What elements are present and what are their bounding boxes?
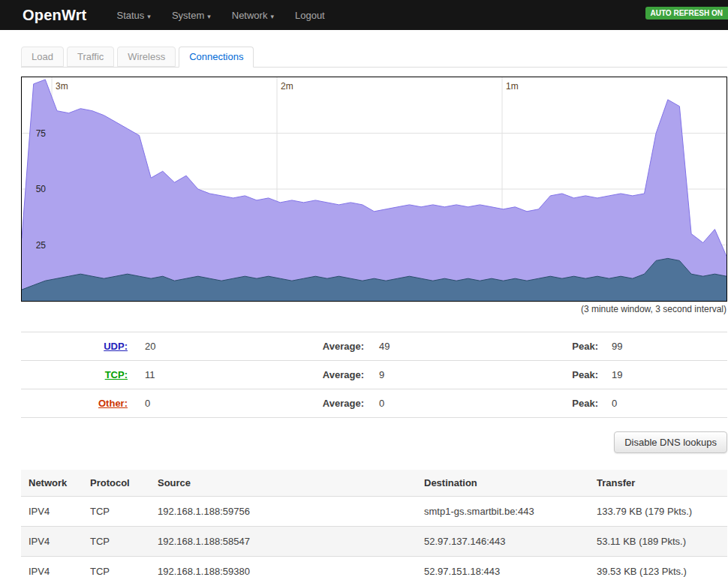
top-navbar: OpenWrt Status▾ System▾ Network▾ Logout … bbox=[0, 0, 728, 30]
tcp-current-value: 11 bbox=[128, 369, 257, 380]
udp-peak-value: 99 bbox=[598, 341, 727, 352]
tab-traffic[interactable]: Traffic bbox=[67, 47, 114, 67]
nav-item-logout[interactable]: Logout bbox=[295, 10, 325, 21]
udp-peak-label: Peak: bbox=[492, 341, 598, 352]
other-average-label: Average: bbox=[257, 398, 364, 409]
cell-protocol: TCP bbox=[83, 497, 150, 527]
connections-table: Network Protocol Source Destination Tran… bbox=[21, 470, 727, 577]
udp-average-label: Average: bbox=[257, 341, 364, 352]
table-header-row: Network Protocol Source Destination Tran… bbox=[21, 470, 727, 497]
tcp-average-label: Average: bbox=[257, 369, 364, 380]
cell-destination: smtp1-gs.smartbit.be:443 bbox=[417, 497, 589, 527]
tab-connections[interactable]: Connections bbox=[179, 47, 254, 68]
stat-row-tcp: TCP: 11 Average: 9 Peak: 19 bbox=[21, 361, 727, 389]
col-header-protocol: Protocol bbox=[83, 470, 150, 497]
cell-transfer: 133.79 KB (179 Pkts.) bbox=[589, 497, 727, 527]
stat-row-other: Other: 0 Average: 0 Peak: 0 bbox=[21, 389, 727, 418]
other-peak-label: Peak: bbox=[492, 398, 598, 409]
dns-button-row: Disable DNS lookups bbox=[21, 431, 727, 453]
svg-text:25: 25 bbox=[36, 240, 47, 251]
chevron-down-icon: ▾ bbox=[207, 13, 211, 20]
nav-item-system[interactable]: System▾ bbox=[172, 10, 211, 21]
cell-network: IPV4 bbox=[21, 557, 83, 577]
table-row: IPV4 TCP 192.168.1.188:58547 52.97.137.1… bbox=[21, 527, 727, 557]
cell-transfer: 53.11 KB (189 Pkts.) bbox=[589, 527, 727, 557]
udp-average-value: 49 bbox=[364, 341, 492, 352]
tab-bar: Load Traffic Wireless Connections bbox=[21, 30, 727, 68]
other-legend-label: Other: bbox=[21, 398, 128, 409]
svg-text:50: 50 bbox=[36, 184, 47, 194]
col-header-transfer: Transfer bbox=[589, 470, 727, 497]
main-content: Load Traffic Wireless Connections 255075… bbox=[21, 30, 727, 577]
chevron-down-icon: ▾ bbox=[270, 13, 274, 20]
svg-text:75: 75 bbox=[36, 128, 47, 139]
nav-item-status[interactable]: Status▾ bbox=[116, 10, 150, 21]
stats-legend: UDP: 20 Average: 49 Peak: 99 TCP: 11 Ave… bbox=[21, 332, 727, 418]
brand-logo: OpenWrt bbox=[23, 7, 86, 24]
other-average-value: 0 bbox=[364, 398, 492, 409]
udp-legend-label: UDP: bbox=[21, 341, 128, 352]
other-peak-value: 0 bbox=[598, 398, 727, 409]
connections-chart-svg: 2550753m2m1m bbox=[22, 77, 726, 301]
stat-row-udp: UDP: 20 Average: 49 Peak: 99 bbox=[21, 332, 727, 361]
other-current-value: 0 bbox=[128, 398, 257, 409]
cell-network: IPV4 bbox=[21, 527, 83, 557]
col-header-network: Network bbox=[21, 470, 83, 497]
cell-source: 192.168.1.188:59380 bbox=[150, 557, 417, 577]
col-header-destination: Destination bbox=[417, 470, 589, 497]
cell-destination: 52.97.137.146:443 bbox=[417, 527, 589, 557]
cell-protocol: TCP bbox=[83, 557, 150, 577]
tcp-peak-value: 19 bbox=[598, 369, 727, 380]
tcp-peak-label: Peak: bbox=[492, 369, 598, 380]
cell-protocol: TCP bbox=[83, 527, 150, 557]
table-row: IPV4 TCP 192.168.1.188:59380 52.97.151.1… bbox=[21, 557, 727, 577]
tcp-legend-label: TCP: bbox=[21, 369, 128, 380]
auto-refresh-badge[interactable]: AUTO REFRESH ON bbox=[645, 7, 728, 20]
svg-text:2m: 2m bbox=[281, 81, 293, 92]
svg-text:1m: 1m bbox=[506, 81, 519, 92]
udp-current-value: 20 bbox=[128, 341, 257, 352]
disable-dns-lookups-button[interactable]: Disable DNS lookups bbox=[614, 431, 727, 453]
nav-item-network[interactable]: Network▾ bbox=[232, 10, 274, 21]
cell-source: 192.168.1.188:58547 bbox=[150, 527, 417, 557]
cell-destination: 52.97.151.18:443 bbox=[417, 557, 589, 577]
tcp-average-value: 9 bbox=[364, 369, 492, 380]
connections-chart: 2550753m2m1m bbox=[21, 77, 727, 302]
cell-transfer: 39.53 KB (123 Pkts.) bbox=[589, 557, 727, 577]
tab-load[interactable]: Load bbox=[21, 47, 64, 67]
table-row: IPV4 TCP 192.168.1.188:59756 smtp1-gs.sm… bbox=[21, 497, 727, 527]
cell-source: 192.168.1.188:59756 bbox=[150, 497, 417, 527]
chart-caption: (3 minute window, 3 second interval) bbox=[21, 302, 727, 317]
svg-text:3m: 3m bbox=[56, 81, 68, 92]
cell-network: IPV4 bbox=[21, 497, 83, 527]
col-header-source: Source bbox=[150, 470, 417, 497]
chevron-down-icon: ▾ bbox=[147, 13, 151, 20]
tab-wireless[interactable]: Wireless bbox=[117, 47, 176, 67]
